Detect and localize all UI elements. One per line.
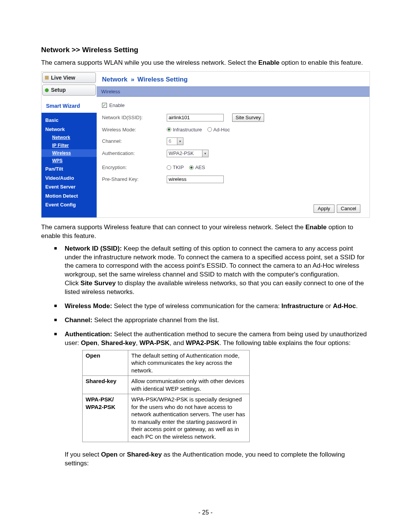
psk-input[interactable] — [167, 176, 224, 183]
config-panel: Live View Setup Smart Wizard Basic Netwo… — [41, 71, 370, 218]
ssid-input[interactable] — [167, 114, 224, 121]
intro-text: The camera supports WLAN while you use t… — [41, 59, 370, 67]
nav-block: Basic Network Network IP Filter Wireless… — [41, 113, 97, 217]
chevron-down-icon: ▾ — [202, 150, 208, 157]
auth-label: Authentication: — [102, 150, 167, 157]
mode-label: Wireless Mode: — [102, 126, 167, 133]
site-survey-button[interactable]: Site Survey — [232, 113, 264, 122]
list-item: Authentication: Select the authenticatio… — [54, 330, 370, 473]
camera-icon — [45, 76, 49, 80]
enc-aes-radio[interactable]: AES — [189, 164, 205, 171]
nav-videoaudio[interactable]: Video/Audio — [41, 174, 97, 183]
mode-infra-radio[interactable]: Infrastructure — [167, 126, 202, 133]
nav-sub-network[interactable]: Network — [41, 134, 97, 141]
section-bar: Wireless — [97, 86, 370, 97]
table-cell: Shared-key — [83, 376, 128, 394]
table-cell: WPA-PSK/WPA2-PSK — [83, 394, 128, 442]
enable-checkbox[interactable] — [102, 103, 107, 108]
live-view-button[interactable]: Live View — [42, 72, 96, 83]
nav-sub-ipfilter[interactable]: IP Filter — [41, 142, 97, 149]
breadcrumb: Network » Wireless Setting — [97, 72, 370, 86]
page-number: - 25 - — [0, 508, 411, 517]
nav-motiondetect[interactable]: Motion Detect — [41, 192, 97, 201]
enc-tkip-radio[interactable]: TKIP — [167, 164, 184, 171]
page-title: Network >> Wireless Setting — [41, 45, 370, 55]
mid-text: The camera supports Wireless feature tha… — [41, 223, 370, 241]
nav-eventserver[interactable]: Event Server — [41, 182, 97, 192]
list-item: Channel: Select the appropriate channel … — [54, 316, 370, 330]
nav-pantilt[interactable]: Pan/Tilt — [41, 165, 97, 174]
nav-sub-wps[interactable]: WPS — [41, 157, 97, 165]
channel-label: Channel: — [102, 138, 167, 145]
nav-eventconfig[interactable]: Event Config — [41, 200, 97, 209]
encryption-label: Encryption: — [102, 164, 167, 171]
chevron-down-icon: ▾ — [177, 138, 183, 145]
table-cell: The default setting of Authentication mo… — [128, 350, 250, 376]
list-item: Wireless Mode: Select the type of wirele… — [54, 302, 370, 316]
psk-label: Pre-Shared Key: — [102, 176, 167, 183]
table-cell: WPA-PSK/WPA2-PSK is specially designed f… — [128, 394, 250, 442]
mode-adhoc-radio[interactable]: Ad-Hoc — [207, 126, 230, 133]
setup-button[interactable]: Setup — [42, 85, 96, 96]
closing-text: If you select Open or Shared-key as the … — [65, 451, 370, 468]
sidebar: Live View Setup Smart Wizard Basic Netwo… — [41, 72, 97, 217]
auth-select[interactable]: WPA2-PSK▾ — [167, 150, 209, 157]
gear-icon — [45, 88, 49, 92]
table-cell: Open — [83, 350, 128, 376]
feature-list: Network ID (SSID): Keep the default sett… — [54, 244, 370, 474]
apply-button[interactable]: Apply — [314, 204, 335, 213]
channel-select[interactable]: 6▾ — [167, 137, 183, 145]
nav-sub-wireless[interactable]: Wireless — [41, 149, 97, 157]
ssid-label: Network ID(SSID): — [102, 114, 167, 121]
content-pane: Network » Wireless Setting Wireless Enab… — [97, 72, 370, 217]
cancel-button[interactable]: Cancel — [337, 204, 360, 213]
nav-network[interactable]: Network — [41, 125, 97, 134]
list-item: Network ID (SSID): Keep the default sett… — [54, 244, 370, 302]
enable-label: Enable — [109, 102, 124, 109]
auth-table: Open The default setting of Authenticati… — [82, 350, 250, 443]
nav-basic[interactable]: Basic — [41, 116, 97, 125]
table-cell: Allow communication only with other devi… — [128, 376, 250, 394]
smart-wizard-link[interactable]: Smart Wizard — [41, 96, 97, 113]
